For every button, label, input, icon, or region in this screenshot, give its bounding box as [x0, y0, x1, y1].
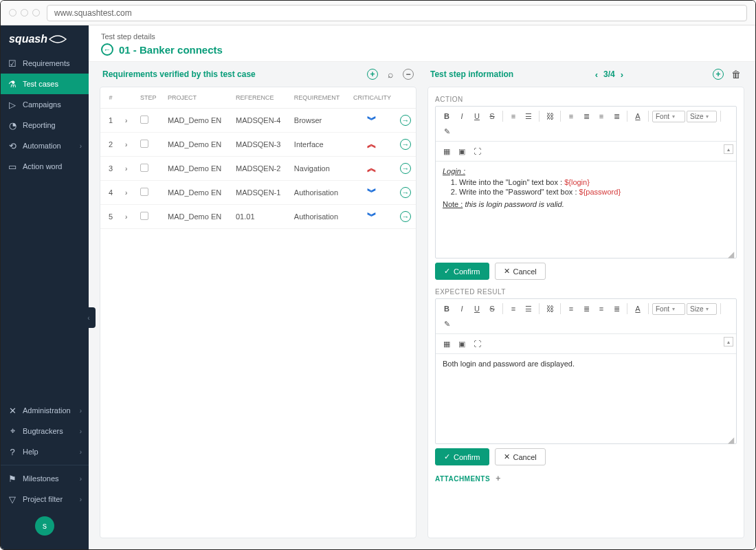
row-checkbox[interactable] [140, 188, 148, 196]
nav-campaigns[interactable]: ▷ Campaigns [1, 94, 89, 115]
nav-item-label: Test cases [23, 80, 58, 88]
arrow-left-icon: ← [104, 45, 111, 54]
expected-confirm-button[interactable]: ✓ Confirm [435, 448, 489, 465]
text-color-button[interactable]: A [631, 109, 645, 123]
row-action-button[interactable]: → [400, 115, 411, 126]
underline-button[interactable]: U [470, 109, 484, 123]
expected-editor-body[interactable]: Both login and password are displayed. ◢ [436, 354, 736, 443]
expand-row-button[interactable]: › [125, 213, 127, 221]
user-avatar[interactable]: s [35, 516, 54, 536]
fullscreen-button[interactable]: ⛶ [470, 144, 484, 158]
browser-chrome: www.squashtest.com [1, 1, 755, 25]
nav-administration[interactable]: ✕ Administration › [1, 400, 89, 421]
row-checkbox[interactable] [140, 212, 148, 220]
expand-row-button[interactable]: › [125, 189, 127, 197]
table-button[interactable]: ▦ [440, 337, 454, 351]
sidebar-collapse[interactable]: ‹ [82, 307, 96, 328]
filter-icon: ▽ [8, 494, 17, 504]
format-paint-button[interactable]: ✎ [440, 317, 454, 331]
underline-button[interactable]: U [470, 302, 484, 316]
row-action-button[interactable]: → [400, 139, 411, 150]
bullet-list-button[interactable]: ☰ [522, 302, 535, 316]
align-left-button[interactable]: ≡ [564, 109, 578, 123]
panel-title: Requirements verified by this test case [102, 69, 367, 79]
back-button[interactable]: ← [101, 43, 113, 56]
align-right-button[interactable]: ≡ [594, 302, 608, 316]
row-checkbox[interactable] [140, 140, 148, 148]
nav-milestones[interactable]: ⚑ Milestones › [1, 468, 89, 489]
align-justify-button[interactable]: ≣ [610, 302, 623, 316]
nav-automation[interactable]: ⟲ Automation › [1, 135, 89, 156]
align-left-button[interactable]: ≡ [564, 302, 578, 316]
font-select[interactable]: Font [652, 111, 685, 122]
flag-icon: ⚑ [8, 474, 17, 483]
image-button[interactable]: ▣ [455, 337, 469, 351]
align-center-button[interactable]: ≣ [579, 109, 593, 123]
nav-action-word[interactable]: ▭ Action word [1, 156, 89, 177]
fullscreen-button[interactable]: ⛶ [470, 337, 484, 351]
bold-button[interactable]: B [440, 109, 454, 123]
bold-button[interactable]: B [440, 302, 454, 316]
action-confirm-button[interactable]: ✓ Confirm [435, 263, 489, 280]
cell-requirement: Authorisation [290, 181, 349, 205]
delete-step-button[interactable]: 🗑 [731, 69, 742, 80]
panel-title: Test step information [430, 69, 595, 79]
add-attachment-button[interactable]: + [496, 474, 501, 483]
cell-project: MAD_Demo EN [164, 109, 232, 133]
italic-button[interactable]: I [455, 302, 469, 316]
row-checkbox[interactable] [140, 164, 148, 172]
add-step-button[interactable]: + [713, 69, 724, 80]
nav-test-cases[interactable]: ⚗ Test cases [1, 74, 89, 94]
remove-requirement-button[interactable]: − [403, 69, 414, 80]
italic-button[interactable]: I [455, 109, 469, 123]
resize-handle[interactable]: ◢ [728, 435, 735, 442]
table-row: 5›MAD_Demo EN01.01Authorisation︾→ [100, 205, 416, 229]
cell-requirement: Authorisation [290, 205, 349, 229]
nav-project-filter[interactable]: ▽ Project filter › [1, 489, 89, 509]
format-paint-button[interactable]: ✎ [440, 124, 454, 138]
nav-help[interactable]: ? Help › [1, 441, 89, 462]
table-button[interactable]: ▦ [440, 144, 454, 158]
next-step-button[interactable]: › [621, 69, 623, 80]
font-select[interactable]: Font [652, 303, 685, 315]
table-row: 1›MAD_Demo ENMADSQEN-4Browser︾→ [100, 109, 416, 133]
row-action-button[interactable]: → [400, 163, 411, 174]
link-button[interactable]: ⛓ [543, 109, 557, 123]
numbered-list-button[interactable]: ≡ [507, 109, 520, 123]
expected-cancel-button[interactable]: ✕ Cancel [495, 448, 546, 465]
nav-requirements[interactable]: ☑ Requirements [1, 53, 89, 74]
toolbar-collapse-button[interactable]: ▴ [724, 337, 733, 346]
expand-row-button[interactable]: › [125, 165, 127, 173]
nav-reporting[interactable]: ◔ Reporting [1, 115, 89, 135]
col-criticality: CRITICALITY [349, 87, 395, 109]
align-center-button[interactable]: ≣ [579, 302, 593, 316]
align-justify-button[interactable]: ≣ [610, 109, 623, 123]
expand-row-button[interactable]: › [125, 117, 127, 124]
size-select[interactable]: Size [687, 111, 717, 122]
text-color-button[interactable]: A [631, 302, 645, 316]
add-requirement-button[interactable]: + [367, 69, 378, 80]
chevron-right-icon: › [80, 475, 82, 483]
resize-handle[interactable]: ◢ [728, 250, 735, 256]
link-button[interactable]: ⛓ [543, 302, 557, 316]
action-editor-body[interactable]: Login : Write into the "Login" text box … [436, 162, 736, 258]
url-bar[interactable]: www.squashtest.com [47, 5, 747, 21]
row-action-button[interactable]: → [400, 187, 411, 198]
search-button[interactable]: ⌕ [385, 69, 396, 80]
expand-row-button[interactable]: › [125, 141, 127, 148]
row-action-button[interactable]: → [400, 211, 411, 222]
align-right-button[interactable]: ≡ [594, 109, 608, 123]
row-checkbox[interactable] [140, 116, 148, 124]
numbered-list-button[interactable]: ≡ [507, 302, 520, 316]
action-cancel-button[interactable]: ✕ Cancel [495, 263, 546, 280]
nav-bugtrackers[interactable]: ⌖ Bugtrackers › [1, 421, 89, 441]
strike-button[interactable]: S [485, 302, 499, 316]
size-select[interactable]: Size [687, 303, 717, 315]
action-editor: B I U S ≡ ☰ ⛓ ≡ [435, 106, 737, 258]
strike-button[interactable]: S [485, 109, 499, 123]
prev-step-button[interactable]: ‹ [595, 69, 598, 80]
toolbar-collapse-button[interactable]: ▴ [724, 144, 733, 154]
image-button[interactable]: ▣ [455, 144, 469, 158]
nav-item-label: Automation [23, 142, 61, 150]
bullet-list-button[interactable]: ☰ [522, 109, 535, 123]
